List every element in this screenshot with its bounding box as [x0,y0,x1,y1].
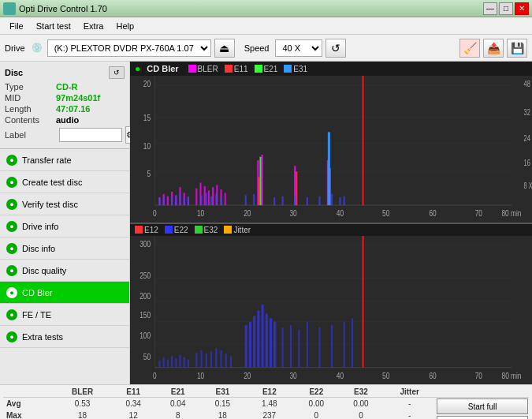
nav-verify-test[interactable]: ● Verify test disc [0,193,129,215]
speed-label: Speed [244,43,270,53]
drive-dropdown[interactable]: (K:) PLEXTOR DVDR PX-760A 1.07 [47,39,211,57]
legend-e22-color [165,226,173,234]
svg-rect-124 [331,325,333,368]
nav-label-quality: Disc quality [22,266,66,275]
start-part-button[interactable]: Start part [437,416,528,419]
stats-col-e11: E11 [111,387,156,398]
svg-rect-37 [212,187,214,205]
menu-starttest[interactable]: Start test [30,20,77,32]
start-full-button[interactable]: Start full [437,398,528,414]
eject2-button[interactable]: 📤 [483,39,504,58]
stats-col-bler: BLER [54,387,111,398]
stats-max-jitter: - [383,410,436,419]
nav-disc-quality[interactable]: ● Disc quality [0,260,129,282]
minimize-button[interactable]: — [483,2,497,15]
nav-label-fete: FE / TE [22,310,51,320]
drive-icon: 💿 [32,43,43,53]
svg-text:150: 150 [140,310,151,320]
menu-help[interactable]: Help [110,20,140,32]
stats-avg-bler: 0.53 [54,398,111,410]
svg-rect-70 [339,197,340,205]
disc-refresh-button[interactable]: ↺ [109,66,125,79]
svg-rect-57 [201,195,203,205]
close-button[interactable]: ✕ [515,2,529,15]
nav-icon-quality: ● [6,265,17,276]
svg-rect-67 [307,197,308,205]
svg-rect-53 [175,195,177,205]
svg-text:24 X: 24 X [524,134,532,143]
menu-extra[interactable]: Extra [77,20,110,32]
svg-rect-27 [167,196,169,205]
svg-text:50: 50 [143,351,151,361]
disc-type-value: CD-R [56,82,78,92]
svg-text:200: 200 [140,290,151,301]
nav-create-test[interactable]: ● Create test disc [0,171,129,193]
stats-col-e22: E22 [294,387,339,398]
maximize-button[interactable]: □ [499,2,513,15]
svg-rect-125 [344,321,345,367]
bottom-chart-section: E12 E22 E32 Jitter [130,224,532,385]
legend-e31: E31 [284,65,307,73]
eraser-button[interactable]: 🧹 [459,39,480,58]
disc-label-input[interactable] [59,128,122,142]
svg-rect-109 [225,354,227,367]
svg-rect-111 [245,325,247,368]
stats-max-e12: 237 [245,410,294,419]
svg-text:30: 30 [289,208,297,219]
nav-icon-verify: ● [6,199,17,210]
menu-file[interactable]: File [3,20,30,32]
content-area: ● CD Bler BLER E11 E21 [130,62,532,384]
nav-fe-te[interactable]: ● FE / TE [0,304,129,326]
top-legend: BLER E11 E21 E31 [188,65,308,73]
eject-button[interactable]: ⏏ [214,39,235,58]
svg-rect-36 [208,191,210,206]
stats-table: BLER E11 E21 E31 E12 E22 E32 Jitter Avg … [3,387,529,419]
svg-rect-52 [171,197,173,205]
svg-rect-108 [220,350,221,368]
disc-panel-header: Disc ↺ [5,66,125,79]
svg-text:30: 30 [289,370,297,380]
svg-rect-95 [158,361,160,368]
svg-text:40: 40 [337,370,344,380]
legend-e11-color [225,65,233,73]
refresh-button[interactable]: ↺ [326,39,346,58]
disc-mid-label: MID [5,93,56,103]
speed-dropdown[interactable]: 40 X [275,39,322,57]
svg-rect-63 [253,194,255,205]
disc-info-block: Type CD-R MID 97m24s01f Length 47:07.16 … [5,82,125,144]
svg-rect-61 [220,197,221,205]
nav-icon-transfer: ● [6,155,17,166]
svg-text:0: 0 [153,208,157,219]
window-controls: — □ ✕ [483,2,529,15]
nav-extra-tests[interactable]: ● Extra tests [0,326,129,348]
nav-cd-bler[interactable]: ● CD Bler [0,282,129,304]
svg-rect-42 [262,155,263,205]
legend-e12: E12 [135,226,158,234]
stats-max-e11: 12 [111,410,156,419]
stats-max-e31: 18 [200,410,245,419]
menubar: File Start test Extra Help [0,17,532,35]
stats-avg-row: Avg 0.53 0.34 0.04 0.15 1.48 0.00 0.00 -… [3,398,529,410]
disc-type-row: Type CD-R [5,82,125,92]
nav-label-drive: Drive info [22,222,58,231]
legend-e31-label: E31 [293,65,307,73]
disc-contents-value: audio [56,115,79,125]
svg-rect-122 [307,321,308,367]
nav-drive-info[interactable]: ● Drive info [0,215,129,238]
nav-transfer-rate[interactable]: ● Transfer rate [0,149,129,171]
titlebar: Opti Drive Control 1.70 — □ ✕ [0,0,532,17]
nav-icon-cdbler: ● [6,287,17,298]
stats-avg-e12: 1.48 [245,398,294,410]
save-button[interactable]: 💾 [507,39,527,58]
svg-rect-104 [201,350,203,368]
bottom-legend: E12 E22 E32 Jitter [135,226,251,234]
stats-avg-jitter: - [383,398,436,410]
svg-rect-65 [282,196,284,205]
main-layout: Disc ↺ Type CD-R MID 97m24s01f Length 47… [0,62,532,384]
disc-length-value: 47:07.16 [56,104,90,114]
nav-disc-info[interactable]: ● Disc info [0,238,129,260]
bottom-chart-header: E12 E22 E32 Jitter [130,224,532,236]
svg-rect-51 [163,196,165,205]
app-icon [3,2,16,15]
legend-jitter-color [224,226,232,234]
